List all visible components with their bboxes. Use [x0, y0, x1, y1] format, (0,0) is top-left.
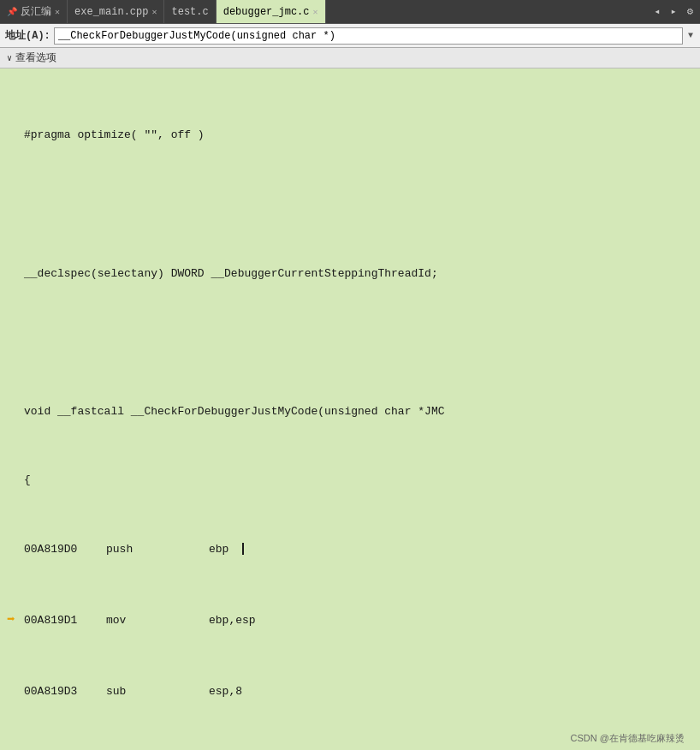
tab-debugger-jmc-label: debugger_jmc.c [223, 6, 310, 18]
options-chevron-icon: ∨ [7, 53, 12, 63]
op-push: ebp [209, 541, 244, 558]
mnem-sub: sub [106, 683, 166, 700]
open-brace-text: { [24, 472, 31, 489]
code-area[interactable]: #pragma optimize( "", off ) __declspec(s… [0, 68, 700, 750]
current-arrow-icon: ➡ [7, 610, 24, 631]
line-blank-1 [7, 196, 700, 213]
tab-test[interactable]: test.c [164, 0, 216, 23]
line-asm-push: 00A819D0 push ebp [7, 541, 700, 558]
pragma-text: #pragma optimize( "", off ) [24, 127, 205, 144]
tab-exe-main-close[interactable]: ✕ [151, 7, 157, 17]
line-declspec: __declspec(selectany) DWORD __DebuggerCu… [7, 265, 700, 283]
line-asm-sub: 00A819D3 sub esp,8 [7, 683, 700, 700]
tab-debugger-jmc-close[interactable]: ✕ [313, 7, 318, 17]
line-asm-mov1: ➡ 00A819D1 mov ebp,esp [7, 610, 700, 631]
tab-debugger-jmc[interactable]: debugger_jmc.c ✕ [217, 0, 326, 23]
addr-sub: 00A819D3 [24, 683, 92, 700]
tab-disasm-label: 反汇编 [21, 4, 51, 19]
tab-scroll-left-btn[interactable]: ◂ [650, 3, 663, 20]
tab-bar-controls: ◂ ▸ ⚙ [650, 3, 700, 20]
tab-disasm-close[interactable]: ✕ [55, 7, 60, 17]
options-row[interactable]: ∨ 查看选项 [0, 48, 700, 68]
address-label: 地址(A): [5, 28, 50, 43]
tab-exe-main[interactable]: exe_main.cpp ✕ [68, 0, 164, 23]
address-input[interactable] [54, 27, 683, 45]
address-dropdown-btn[interactable]: ▼ [686, 31, 695, 40]
tab-scroll-right-btn[interactable]: ▸ [667, 3, 680, 20]
tab-disasm[interactable]: 📌 反汇编 ✕ [0, 0, 68, 23]
mnem-push: push [106, 541, 166, 558]
line-void-decl: void __fastcall __CheckForDebuggerJustMy… [7, 403, 700, 420]
mnem-mov1: mov [106, 612, 166, 629]
addr-push: 00A819D0 [24, 541, 92, 558]
tab-bar: 📌 反汇编 ✕ exe_main.cpp ✕ test.c debugger_j… [0, 0, 700, 24]
tab-exe-main-label: exe_main.cpp [74, 6, 148, 18]
line-blank-2 [7, 334, 700, 351]
void-decl-text: void __fastcall __CheckForDebuggerJustMy… [24, 403, 444, 420]
code-content: #pragma optimize( "", off ) __declspec(s… [7, 75, 700, 750]
op-sub: esp,8 [209, 683, 242, 700]
options-label: 查看选项 [15, 51, 56, 65]
op-mov1: ebp,esp [209, 612, 256, 629]
line-pragma: #pragma optimize( "", off ) [7, 127, 700, 144]
address-bar: 地址(A): ▼ [0, 24, 700, 48]
addr-mov1: 00A819D1 [24, 612, 92, 629]
tab-test-label: test.c [171, 6, 208, 18]
tab-pin-icon: 📌 [7, 7, 17, 17]
line-open-brace: { [7, 472, 700, 489]
declspec-text: __declspec(selectany) DWORD __DebuggerCu… [24, 265, 438, 283]
tab-settings-btn[interactable]: ⚙ [684, 3, 697, 20]
